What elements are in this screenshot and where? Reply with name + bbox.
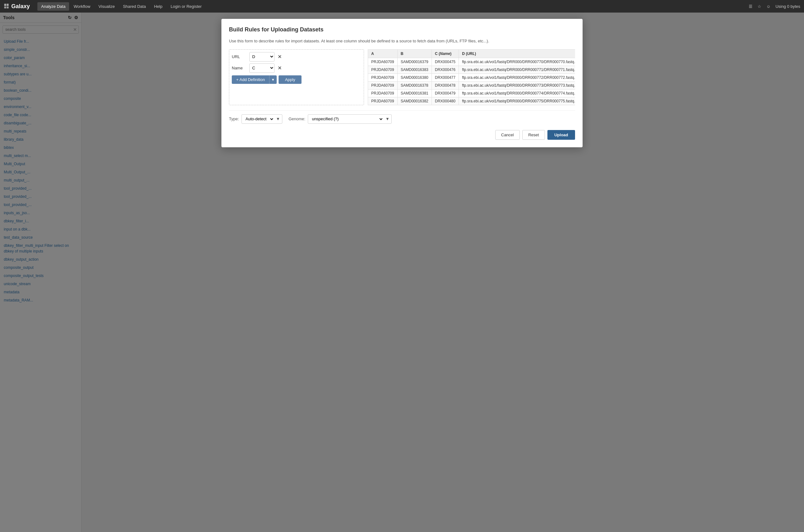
action-buttons: + Add Definition ▾ Apply (232, 75, 361, 84)
cell-a-2: PRJDA60709 (368, 74, 398, 81)
url-label: URL (232, 54, 248, 59)
navbar-left: ☷ Galaxy Analyze Data Workflow Visualize… (4, 2, 205, 11)
cell-c-2: DRX000477 (432, 74, 459, 81)
cell-c-1: DRX000476 (432, 65, 459, 74)
cell-a-0: PRJDA60709 (368, 58, 398, 65)
genome-select[interactable]: unspecified (?) (308, 115, 383, 124)
brand: ☷ Galaxy (4, 3, 30, 10)
type-select-wrap: Auto-detect ▼ (242, 114, 282, 124)
cell-b-0: SAMD00016379 (397, 58, 432, 65)
table-row: PRJDA60709SAMD00016381DRX000479ftp.sra.e… (368, 89, 575, 97)
modal-description: Use this form to describe rules for impo… (229, 38, 575, 44)
cell-b-1: SAMD00016383 (397, 65, 432, 74)
cancel-button[interactable]: Cancel (495, 130, 520, 140)
url-mapping-row: URL D A B C ✕ (232, 52, 361, 61)
genome-select-wrap: unspecified (?) ▼ (308, 114, 391, 124)
table-row: PRJDA60709SAMD00016379DRX000475ftp.sra.e… (368, 58, 575, 65)
cell-a-4: PRJDA60709 (368, 89, 398, 97)
cell-a-1: PRJDA60709 (368, 65, 398, 74)
cell-c-3: DRX000478 (432, 81, 459, 89)
name-mapping-row: Name C A B D ✕ (232, 63, 361, 73)
add-definition-button[interactable]: + Add Definition (232, 75, 269, 84)
cell-a-3: PRJDA60709 (368, 81, 398, 89)
cell-d-3: ftp.sra.ebi.ac.uk/vol1/fastq/DRR000/DRR0… (459, 81, 575, 89)
type-caret: ▼ (274, 116, 282, 121)
nav-analyze-data[interactable]: Analyze Data (37, 2, 69, 11)
brand-name: Galaxy (11, 3, 30, 10)
col-header-c: C (Name) (432, 49, 459, 58)
main-nav: Analyze Data Workflow Visualize Shared D… (37, 2, 205, 11)
data-table: ABC (Name)D (URL) PRJDA60709SAMD00016379… (368, 49, 575, 105)
url-column-select[interactable]: D A B C (250, 54, 274, 59)
star-icon[interactable]: ☆ (758, 4, 761, 9)
type-label: Type: (229, 116, 239, 121)
navbar-right: ☰ ☆ ☺ Using 0 bytes (749, 4, 800, 9)
cell-b-2: SAMD00016380 (397, 74, 432, 81)
url-select-wrap: D A B C (249, 52, 274, 61)
modal-footer: Cancel Reset Upload (229, 130, 575, 140)
modal-title: Build Rules for Uploading Datasets (229, 26, 575, 33)
add-definition-caret-button[interactable]: ▾ (269, 75, 277, 84)
genome-caret: ▼ (383, 116, 391, 121)
table-row: PRJDA60709SAMD00016383DRX000476ftp.sra.e… (368, 65, 575, 74)
cell-b-3: SAMD00016378 (397, 81, 432, 89)
col-header-a: A (368, 49, 398, 58)
nav-workflow[interactable]: Workflow (70, 2, 94, 11)
cell-d-0: ftp.sra.ebi.ac.uk/vol1/fastq/DRR000/DRR0… (459, 58, 575, 65)
cell-c-4: DRX000479 (432, 89, 459, 97)
modal: Build Rules for Uploading Datasets Use t… (222, 19, 582, 147)
cell-c-5: DRX000480 (432, 97, 459, 105)
url-remove-button[interactable]: ✕ (276, 54, 283, 59)
table-row: PRJDA60709SAMD00016378DRX000478ftp.sra.e… (368, 81, 575, 89)
genome-form-group: Genome: unspecified (?) ▼ (289, 114, 391, 124)
cell-a-5: PRJDA60709 (368, 97, 398, 105)
cell-d-2: ftp.sra.ebi.ac.uk/vol1/fastq/DRR000/DRR0… (459, 74, 575, 81)
rules-area: URL D A B C ✕ Name (229, 49, 575, 105)
table-row: PRJDA60709SAMD00016380DRX000477ftp.sra.e… (368, 74, 575, 81)
name-column-select[interactable]: C A B D (250, 65, 274, 71)
modal-overlay: Build Rules for Uploading Datasets Use t… (0, 13, 804, 532)
nav-login[interactable]: Login or Register (167, 2, 205, 11)
cell-d-5: ftp.sra.ebi.ac.uk/vol1/fastq/DRR000/DRR0… (459, 97, 575, 105)
data-table-container: ABC (Name)D (URL) PRJDA60709SAMD00016379… (368, 49, 575, 105)
upload-button[interactable]: Upload (548, 130, 575, 140)
name-remove-button[interactable]: ✕ (276, 65, 283, 71)
cell-c-0: DRX000475 (432, 58, 459, 65)
grid-icon: ☷ (4, 3, 9, 10)
reset-button[interactable]: Reset (522, 130, 545, 140)
name-select-wrap: C A B D (249, 63, 274, 73)
bottom-controls: Type: Auto-detect ▼ Genome: unspecified … (229, 110, 575, 124)
nav-shared-data[interactable]: Shared Data (119, 2, 150, 11)
add-definition-label: + Add Definition (236, 77, 265, 82)
col-header-b: B (397, 49, 432, 58)
nav-visualize[interactable]: Visualize (95, 2, 119, 11)
user-icon[interactable]: ☺ (766, 4, 770, 9)
type-form-group: Type: Auto-detect ▼ (229, 114, 282, 124)
apply-button[interactable]: Apply (279, 75, 302, 84)
top-navbar: ☷ Galaxy Analyze Data Workflow Visualize… (0, 0, 804, 13)
cell-d-1: ftp.sra.ebi.ac.uk/vol1/fastq/DRR000/DRR0… (459, 65, 575, 74)
cell-b-4: SAMD00016381 (397, 89, 432, 97)
name-label: Name (232, 65, 248, 70)
column-mappings: URL D A B C ✕ Name (229, 49, 364, 105)
col-header-d: D (URL) (459, 49, 575, 58)
type-select[interactable]: Auto-detect (242, 115, 274, 124)
using-text: Using 0 bytes (776, 4, 800, 9)
cell-b-5: SAMD00016382 (397, 97, 432, 105)
nav-help[interactable]: Help (150, 2, 166, 11)
apps-icon[interactable]: ☰ (749, 4, 752, 9)
table-row: PRJDA60709SAMD00016382DRX000480ftp.sra.e… (368, 97, 575, 105)
cell-d-4: ftp.sra.ebi.ac.uk/vol1/fastq/DRR000/DRR0… (459, 89, 575, 97)
genome-label: Genome: (289, 116, 305, 121)
